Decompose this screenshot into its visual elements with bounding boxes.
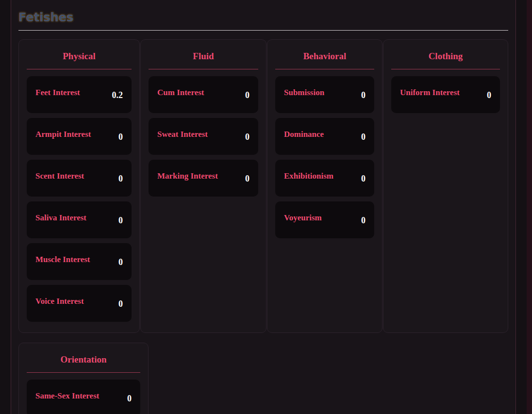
stat-row[interactable]: Scent Interest0 [27, 160, 132, 197]
stat-value: 0 [118, 215, 123, 226]
stat-label: Saliva Interest [35, 213, 86, 223]
stat-row[interactable]: Armpit Interest0 [27, 118, 132, 155]
card-title-underline [27, 69, 132, 69]
stat-row[interactable]: Marking Interest0 [149, 160, 258, 197]
fetishes-panel: Fetishes Physical Feet Interest0.2Armpit… [11, 0, 516, 414]
stat-value: 0 [245, 174, 249, 184]
vertical-scrollbar[interactable] [527, 0, 532, 414]
card-physical: Physical Feet Interest0.2Armpit Interest… [18, 39, 140, 333]
stat-label: Cum Interest [157, 88, 204, 98]
stat-label: Uniform Interest [400, 88, 460, 98]
stat-value: 0 [245, 132, 249, 142]
stat-row[interactable]: Voice Interest0 [27, 285, 132, 322]
stat-value: 0 [118, 174, 123, 184]
card-title: Behavioral [275, 50, 374, 63]
stat-value: 0 [487, 90, 491, 100]
stat-row[interactable]: Sweat Interest0 [149, 118, 258, 155]
stat-label: Same-Sex Interest [35, 391, 99, 401]
card-title-underline [275, 69, 374, 69]
card-rows: Uniform Interest0 [391, 76, 500, 113]
stat-row[interactable]: Uniform Interest0 [391, 76, 500, 113]
stat-label: Muscle Interest [35, 255, 90, 265]
card-orientation: Orientation Same-Sex Interest0 [18, 343, 149, 414]
stat-value: 0.2 [112, 90, 123, 100]
card-title-underline [149, 69, 258, 69]
stat-label: Armpit Interest [35, 130, 91, 139]
stat-label: Feet Interest [35, 88, 80, 98]
stat-row[interactable]: Dominance0 [275, 118, 374, 155]
card-rows: Submission0Dominance0Exhibitionism0Voyeu… [275, 76, 374, 238]
stat-label: Voyeurism [284, 213, 322, 223]
card-rows: Same-Sex Interest0 [27, 380, 140, 414]
card-title: Physical [27, 50, 132, 63]
stat-row[interactable]: Muscle Interest0 [27, 243, 132, 280]
page-title: Fetishes [18, 11, 508, 24]
stat-label: Voice Interest [35, 297, 84, 306]
stat-value: 0 [118, 299, 123, 309]
stat-row[interactable]: Submission0 [275, 76, 374, 113]
stat-label: Exhibitionism [284, 171, 333, 181]
card-title-underline [27, 372, 140, 373]
card-rows: Feet Interest0.2Armpit Interest0Scent In… [27, 76, 132, 322]
page-title-divider [18, 30, 508, 31]
card-title: Fluid [149, 50, 258, 63]
card-clothing: Clothing Uniform Interest0 [383, 39, 508, 333]
stat-label: Marking Interest [157, 171, 218, 181]
stat-label: Sweat Interest [157, 130, 208, 139]
card-title: Clothing [391, 50, 500, 63]
card-behavioral: Behavioral Submission0Dominance0Exhibiti… [267, 39, 382, 333]
card-rows: Cum Interest0Sweat Interest0Marking Inte… [149, 76, 258, 197]
stat-value: 0 [361, 215, 366, 226]
card-title-underline [391, 69, 500, 69]
stat-row[interactable]: Feet Interest0.2 [27, 76, 132, 113]
stat-row[interactable]: Exhibitionism0 [275, 160, 374, 197]
stat-value: 0 [118, 132, 123, 142]
stat-row[interactable]: Cum Interest0 [149, 76, 258, 113]
stat-value: 0 [361, 132, 366, 142]
stat-value: 0 [245, 90, 249, 100]
fetish-cards-grid: Physical Feet Interest0.2Armpit Interest… [18, 39, 508, 414]
stat-value: 0 [127, 394, 132, 404]
stat-label: Scent Interest [35, 171, 84, 181]
card-fluid: Fluid Cum Interest0Sweat Interest0Markin… [140, 39, 266, 333]
stat-row[interactable]: Saliva Interest0 [27, 201, 132, 238]
stat-label: Dominance [284, 130, 324, 139]
stat-value: 0 [118, 257, 123, 267]
stat-label: Submission [284, 88, 324, 98]
stat-row[interactable]: Same-Sex Interest0 [27, 380, 140, 414]
stat-value: 0 [361, 174, 366, 184]
card-title: Orientation [27, 353, 140, 366]
stat-row[interactable]: Voyeurism0 [275, 201, 374, 238]
stat-value: 0 [361, 90, 366, 100]
